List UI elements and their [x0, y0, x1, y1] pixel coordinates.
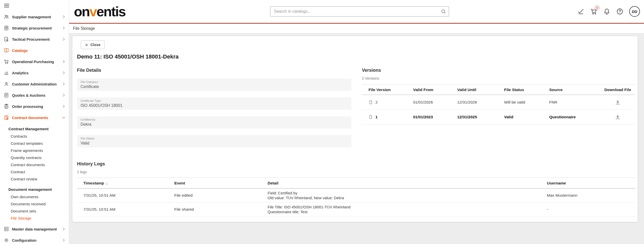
- file-icon: [369, 100, 373, 105]
- sidebar-item-configuration[interactable]: Configuration: [0, 235, 69, 244]
- customer-administration-icon: [4, 81, 9, 87]
- cart-count-badge: 0: [595, 6, 599, 10]
- logo-text-accent: v: [89, 4, 97, 19]
- chevron-right-icon: [62, 71, 66, 75]
- history-logs-section: History Logs 2 logs Timestamp↓ Event Det…: [77, 161, 635, 217]
- sidebar-item-label: Catalogs: [12, 48, 66, 53]
- user-avatar[interactable]: DD: [629, 6, 640, 17]
- master-data-icon: [4, 226, 9, 232]
- detail-line-1: File Title: ISO 45001/OSH 18001-TÜV Rhei…: [268, 205, 547, 209]
- file-status-cell: Valid: [504, 110, 549, 124]
- close-button[interactable]: Close: [81, 40, 104, 49]
- sidebar-header: [0, 0, 69, 11]
- col-file-status: File Status: [504, 85, 549, 95]
- order-processing-icon: [4, 104, 9, 109]
- sidebar-item-quotes-auctions[interactable]: Quotes & Auctions: [0, 90, 69, 101]
- versions-heading: Versions: [362, 68, 635, 73]
- detail-line-1: Field: Certified by: [268, 191, 547, 195]
- version-row[interactable]: 2 01/01/2026 12/31/2026 Will be valid FN…: [362, 95, 635, 110]
- log-row: 7/31/25, 10:51 AM File edited Field: Cer…: [77, 189, 635, 203]
- sidebar-item-strategic-procurement[interactable]: Strategic procurement: [0, 22, 69, 34]
- event-cell: File shared: [174, 203, 268, 217]
- strategic-procurement-icon: [4, 25, 9, 31]
- chevron-right-icon: [62, 26, 66, 30]
- sidebar-item-label: Tactical Procurement: [12, 37, 62, 41]
- sidebar-item-documents-received[interactable]: Documents received: [0, 200, 69, 208]
- col-timestamp[interactable]: Timestamp↓: [77, 178, 174, 189]
- file-icon: [369, 114, 373, 120]
- sidebar-item-customer-administration[interactable]: Customer Administration: [0, 78, 69, 90]
- detail-cell: Field: Certified by Old value: TÜV Rhein…: [268, 189, 547, 203]
- detail-line-2: Old value: TÜV Rheinland; New value: Dek…: [268, 195, 547, 200]
- versions-section: Versions 2 Versions File Version Valid F…: [362, 68, 635, 124]
- sidebar-item-contract-documents-sub[interactable]: Contract documents: [0, 161, 69, 168]
- breadcrumb: File Storage: [73, 26, 95, 31]
- versions-table: File Version Valid From Valid Until File…: [362, 84, 635, 124]
- sidebar-item-contract-templates[interactable]: Contract templates: [0, 140, 69, 147]
- sidebar-item-analytics[interactable]: Analytics: [0, 67, 69, 78]
- sidebar-item-document-sets[interactable]: Document sets: [0, 208, 69, 215]
- sidebar-item-contracts[interactable]: Contracts: [0, 133, 69, 140]
- sidebar-item-label: Supplier management: [12, 15, 62, 19]
- download-icon[interactable]: [615, 99, 621, 105]
- source-cell: Questionnaire: [549, 110, 600, 124]
- history-header-row: Timestamp↓ Event Detail Username: [77, 178, 635, 189]
- col-valid-from: Valid From: [413, 85, 457, 95]
- version-row[interactable]: 1 01/01/2023 12/31/2025 Valid Questionna…: [362, 110, 635, 124]
- search-icon[interactable]: [441, 9, 446, 14]
- valid-from-cell: 01/01/2023: [413, 110, 457, 124]
- field-value: Dekra: [81, 122, 348, 127]
- sidebar-item-file-storage[interactable]: File Storage: [0, 215, 69, 222]
- field-value: Valid: [81, 141, 348, 146]
- username-cell: Max Mustermann: [547, 189, 635, 203]
- col-source: Source: [549, 85, 600, 95]
- catalog-search: [270, 6, 449, 17]
- notifications-icon[interactable]: [603, 8, 610, 15]
- sidebar-item-contract[interactable]: Contract: [0, 168, 69, 176]
- col-event: Event: [174, 178, 268, 189]
- detail-cell: File Title: ISO 45001/OSH 18001-TÜV Rhei…: [268, 203, 547, 217]
- col-valid-until: Valid Until: [457, 85, 504, 95]
- sidebar-item-tactical-procurement[interactable]: Tactical Procurement: [0, 34, 69, 45]
- sidebar-item-contract-review[interactable]: Contract review: [0, 176, 69, 183]
- field-label: File Category: [81, 80, 348, 83]
- onventis-logo[interactable]: onventis: [74, 0, 125, 23]
- download-icon[interactable]: [615, 114, 621, 120]
- sidebar-item-operational-purchasing[interactable]: Operational Purchasing: [0, 56, 69, 67]
- versions-header-row: File Version Valid From Valid Until File…: [362, 85, 635, 95]
- sidebar-item-frame-agreements[interactable]: Frame agreements: [0, 147, 69, 154]
- sidebar-item-contract-documents[interactable]: Contract documents: [0, 112, 69, 123]
- chevron-right-icon: [62, 238, 66, 242]
- chevron-right-icon: [62, 37, 66, 41]
- source-cell: FNR: [549, 95, 600, 110]
- sidebar: Supplier management Strategic procuremen…: [0, 0, 69, 244]
- certified-by-field: Certified by Dekra: [77, 116, 351, 128]
- menu-icon[interactable]: [4, 3, 10, 9]
- event-cell: File edited: [174, 189, 268, 203]
- search-input[interactable]: [270, 6, 449, 17]
- help-icon[interactable]: [616, 8, 623, 15]
- timestamp-header-label: Timestamp: [83, 181, 104, 185]
- log-row: 7/31/25, 10:51 AM File shared File Title…: [77, 203, 635, 217]
- sidebar-item-catalogs[interactable]: Catalogs: [0, 45, 69, 56]
- sidebar-item-order-processing[interactable]: Order processing: [0, 101, 69, 112]
- chevron-right-icon: [62, 15, 66, 19]
- valid-until-cell: 12/31/2026: [457, 95, 504, 110]
- sidebar-item-master-data-management[interactable]: Master data management: [0, 223, 69, 235]
- chevron-right-icon: [62, 104, 66, 108]
- cart-icon[interactable]: 0: [590, 8, 597, 15]
- chevron-down-icon: [62, 116, 66, 120]
- sidebar-item-own-documents[interactable]: Own documents: [0, 193, 69, 200]
- valid-until-cell: 12/31/2025: [457, 110, 504, 124]
- col-detail: Detail: [268, 178, 547, 189]
- field-label: Certified by: [81, 118, 348, 121]
- file-status-cell: Will be valid: [504, 95, 549, 110]
- sidebar-item-label: Operational Purchasing: [12, 60, 62, 64]
- sidebar-item-supplier-management[interactable]: Supplier management: [0, 11, 69, 22]
- approvals-icon[interactable]: [577, 8, 584, 15]
- catalogs-icon: [4, 48, 9, 53]
- sidebar-item-quantity-contracts[interactable]: Quantity contracts: [0, 154, 69, 161]
- file-details-heading: File Details: [77, 68, 101, 73]
- version-number: 2: [375, 100, 378, 105]
- quotes-auctions-icon: [4, 92, 9, 98]
